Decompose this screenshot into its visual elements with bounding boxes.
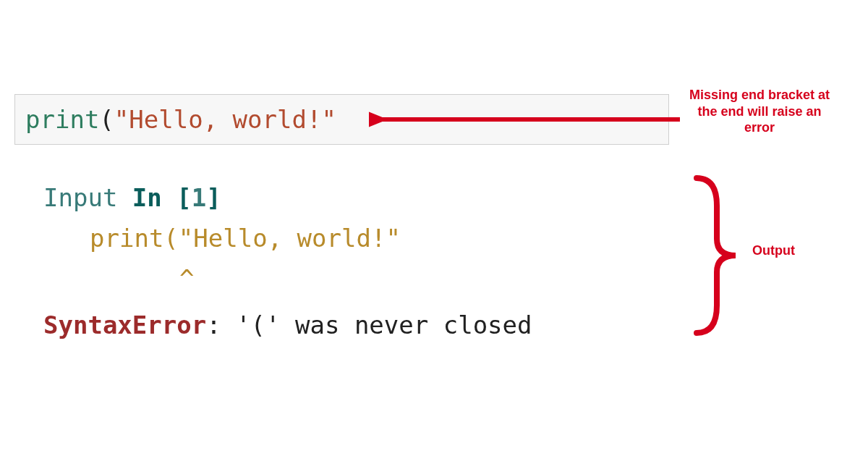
output-bracket-open: [	[176, 183, 191, 212]
output-input-word: Input	[43, 183, 132, 212]
curly-brace-icon	[691, 172, 749, 339]
output-block: Input In [1] print("Hello, world!" ^ Syn…	[43, 177, 532, 345]
output-cell-number: 1	[192, 183, 206, 212]
output-error-msg: '(' was never closed	[236, 311, 532, 339]
output-in-word: In	[132, 183, 176, 212]
code-input-cell[interactable]: print("Hello, world!"	[14, 94, 669, 145]
output-line-header: Input In [1]	[43, 183, 221, 212]
output-caret-indicator: ^	[43, 258, 532, 299]
output-error-line: SyntaxError: '(' was never closed	[43, 305, 532, 345]
annotation-output-label: Output	[752, 242, 839, 259]
code-token-open-paren: (	[99, 105, 114, 134]
code-token-function: print	[25, 105, 99, 134]
output-error-colon: :	[206, 311, 236, 339]
output-echo-line: print("Hello, world!"	[43, 218, 532, 258]
output-bracket-close: ]	[206, 183, 221, 212]
code-token-string: "Hello, world!"	[114, 105, 336, 134]
annotation-missing-bracket: Missing end bracket at the end will rais…	[687, 87, 832, 136]
output-error-name: SyntaxError	[43, 311, 206, 339]
